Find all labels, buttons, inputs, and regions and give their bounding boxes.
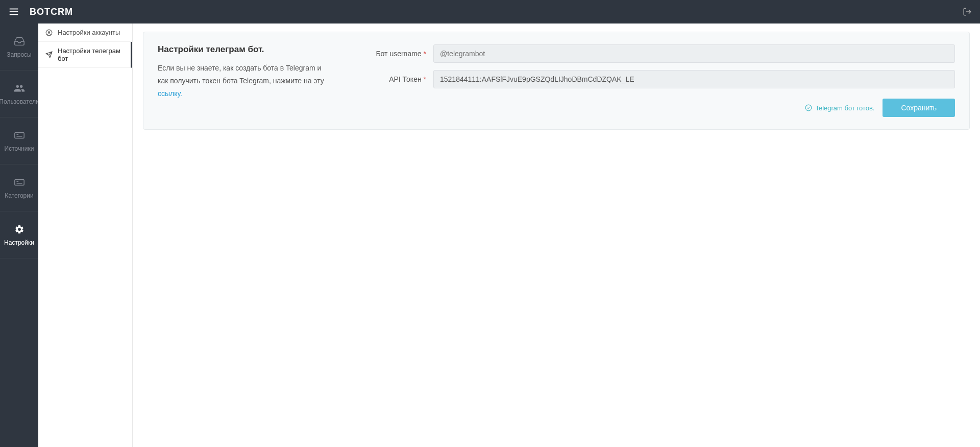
gear-icon — [14, 224, 25, 235]
sidebar-item-users[interactable]: Пользователи — [0, 70, 38, 117]
sidebar-item-requests[interactable]: Запросы — [0, 23, 38, 70]
token-label: API Токен * — [352, 75, 433, 83]
sidebar-label: Настройки — [4, 239, 34, 246]
menu-toggle[interactable] — [8, 6, 19, 17]
subnav-item-account[interactable]: Настройки аккаунты — [38, 23, 132, 42]
logout-icon — [963, 7, 972, 16]
instruction-link[interactable]: ссылку. — [158, 89, 182, 98]
save-button[interactable]: Сохранить — [883, 99, 955, 117]
token-input[interactable] — [433, 70, 955, 88]
svg-point-14 — [806, 105, 812, 111]
form-actions: Telegram бот готов. Сохранить — [352, 99, 955, 117]
hamburger-icon — [8, 6, 19, 17]
sidebar-item-categories[interactable]: Категории — [0, 164, 38, 211]
required-mark: * — [424, 75, 426, 83]
svg-rect-4 — [14, 132, 23, 138]
sidebar-label: Источники — [5, 145, 34, 152]
required-mark: * — [424, 50, 426, 58]
settings-form: Бот username * API Токен * Telegram — [352, 44, 955, 117]
logout-button[interactable] — [963, 7, 972, 16]
settings-card: Настройки телеграм бот. Если вы не знает… — [143, 32, 970, 130]
layout: Запросы Пользователи Источники Категории… — [0, 23, 980, 447]
sidebar-main: Запросы Пользователи Источники Категории… — [0, 23, 38, 447]
form-row-username: Бот username * — [352, 44, 955, 63]
content: Настройки телеграм бот. Если вы не знает… — [133, 23, 980, 447]
users-icon — [14, 83, 25, 94]
username-label: Бот username * — [352, 50, 433, 58]
subnav-label: Настройки аккаунты — [58, 29, 120, 36]
send-icon — [45, 51, 53, 58]
username-input[interactable] — [433, 44, 955, 63]
status-message: Telegram бот готов. — [805, 104, 874, 112]
header-left: BOTCRM — [8, 6, 73, 17]
list-icon — [14, 177, 25, 188]
page-title: Настройки телеграм бот. — [158, 44, 331, 55]
inbox-icon — [14, 36, 25, 47]
card-icon — [14, 130, 25, 141]
svg-rect-7 — [14, 179, 23, 185]
brand-logo: BOTCRM — [30, 7, 73, 17]
sidebar-label: Запросы — [7, 51, 31, 58]
app-header: BOTCRM — [0, 0, 980, 23]
sidebar-item-sources[interactable]: Источники — [0, 117, 38, 164]
sidebar-label: Пользователи — [0, 98, 39, 105]
sidebar-label: Категории — [5, 192, 33, 199]
sidebar-item-settings[interactable]: Настройки — [0, 211, 38, 258]
check-circle-icon — [805, 104, 812, 111]
subnav-label: Настройки телеграм бот — [58, 47, 124, 62]
form-row-token: API Токен * — [352, 70, 955, 88]
subnav-item-telegram[interactable]: Настройки телеграм бот — [38, 42, 132, 68]
sidebar-sub: Настройки аккаунты Настройки телеграм бо… — [38, 23, 133, 447]
page-description: Если вы не знаете, как создать бота в Te… — [158, 62, 331, 101]
user-circle-icon — [45, 29, 53, 36]
card-description: Настройки телеграм бот. Если вы не знает… — [158, 44, 331, 117]
svg-point-11 — [48, 31, 50, 33]
